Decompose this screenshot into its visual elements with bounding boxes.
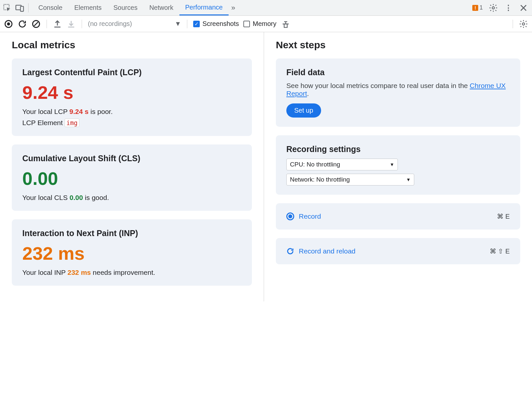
devtools-tabbar: Console Elements Sources Network Perform… — [0, 0, 532, 16]
lcp-description: Your local LCP 9.24 s is poor. — [22, 108, 241, 116]
lcp-element-row: LCP Element img — [22, 119, 241, 127]
tab-network[interactable]: Network — [143, 0, 179, 15]
tab-sources[interactable]: Sources — [108, 0, 143, 15]
svg-point-8 — [522, 23, 525, 25]
memory-label: Memory — [253, 20, 276, 28]
record-circle-icon — [286, 212, 294, 220]
download-icon[interactable] — [67, 19, 76, 29]
record-reload-label: Record and reload — [299, 247, 356, 255]
garbage-collect-icon[interactable] — [281, 19, 290, 29]
field-data-card: Field data See how your local metrics co… — [276, 58, 520, 127]
device-toolbar-icon[interactable] — [15, 3, 24, 12]
lcp-element-tag[interactable]: img — [65, 119, 79, 127]
lcp-card: Largest Contentful Paint (LCP) 9.24 s Yo… — [12, 58, 252, 136]
checkbox-unchecked-icon — [243, 21, 250, 27]
record-label: Record — [299, 212, 321, 220]
svg-rect-7 — [284, 24, 287, 28]
chevron-down-icon: ▼ — [406, 177, 411, 182]
inp-title: Interaction to Next Paint (INP) — [22, 229, 241, 238]
memory-checkbox[interactable]: Memory — [243, 20, 276, 28]
chevron-down-icon: ▼ — [390, 162, 394, 167]
record-reload-action-card[interactable]: Record and reload ⌘ ⇧ E — [276, 238, 520, 264]
cls-description: Your local CLS 0.00 is good. — [22, 194, 241, 202]
checkbox-checked-icon: ✓ — [193, 21, 200, 27]
network-throttling-select[interactable]: Network: No throttling ▼ — [286, 174, 414, 186]
lcp-title: Largest Contentful Paint (LCP) — [22, 68, 241, 77]
settings-icon[interactable] — [489, 3, 498, 12]
record-reload-shortcut: ⌘ ⇧ E — [490, 247, 510, 255]
issues-badge[interactable]: !1 — [472, 4, 483, 11]
inp-description: Your local INP 232 ms needs improvement. — [22, 269, 241, 276]
upload-icon[interactable] — [53, 19, 62, 29]
inp-card: Interaction to Next Paint (INP) 232 ms Y… — [12, 219, 252, 286]
record-icon[interactable] — [4, 19, 13, 29]
recording-settings-card: Recording settings CPU: No throttling ▼ … — [276, 135, 520, 195]
next-steps-heading: Next steps — [276, 39, 520, 51]
clear-icon[interactable] — [31, 19, 41, 29]
reload-icon — [286, 247, 294, 255]
recordings-placeholder: (no recordings) — [88, 20, 132, 28]
cls-value: 0.00 — [22, 168, 241, 189]
svg-point-3 — [492, 7, 495, 9]
issues-count: 1 — [480, 4, 483, 11]
screenshots-checkbox[interactable]: ✓ Screenshots — [193, 20, 239, 28]
record-action-card[interactable]: Record ⌘ E — [276, 203, 520, 230]
tab-console[interactable]: Console — [32, 0, 68, 15]
kebab-menu-icon[interactable]: ⋮ — [504, 3, 513, 12]
record-shortcut: ⌘ E — [497, 212, 510, 220]
lcp-value: 9.24 s — [22, 82, 241, 103]
tab-elements[interactable]: Elements — [68, 0, 107, 15]
more-tabs-icon[interactable]: » — [229, 3, 238, 12]
recordings-dropdown[interactable]: (no recordings) ▼ — [88, 20, 181, 28]
cpu-throttling-value: CPU: No throttling — [290, 161, 340, 168]
field-data-title: Field data — [286, 68, 510, 77]
recording-settings-title: Recording settings — [286, 144, 510, 154]
svg-rect-2 — [20, 6, 23, 11]
inspect-element-icon[interactable] — [3, 3, 12, 12]
setup-button[interactable]: Set up — [286, 103, 321, 118]
field-data-description: See how your local metrics compare to re… — [286, 82, 510, 98]
close-icon[interactable] — [519, 3, 528, 12]
screenshots-label: Screenshots — [202, 20, 239, 28]
performance-toolbar: (no recordings) ▼ ✓ Screenshots Memory — [0, 16, 532, 32]
cls-title: Cumulative Layout Shift (CLS) — [22, 154, 241, 163]
local-metrics-heading: Local metrics — [12, 39, 252, 51]
reload-icon[interactable] — [18, 19, 27, 29]
svg-point-5 — [7, 22, 10, 25]
tab-performance[interactable]: Performance — [179, 0, 229, 15]
panel-settings-icon[interactable] — [519, 19, 528, 29]
inp-value: 232 ms — [22, 243, 241, 264]
cls-card: Cumulative Layout Shift (CLS) 0.00 Your … — [12, 144, 252, 211]
cpu-throttling-select[interactable]: CPU: No throttling ▼ — [286, 159, 398, 170]
network-throttling-value: Network: No throttling — [290, 176, 350, 183]
